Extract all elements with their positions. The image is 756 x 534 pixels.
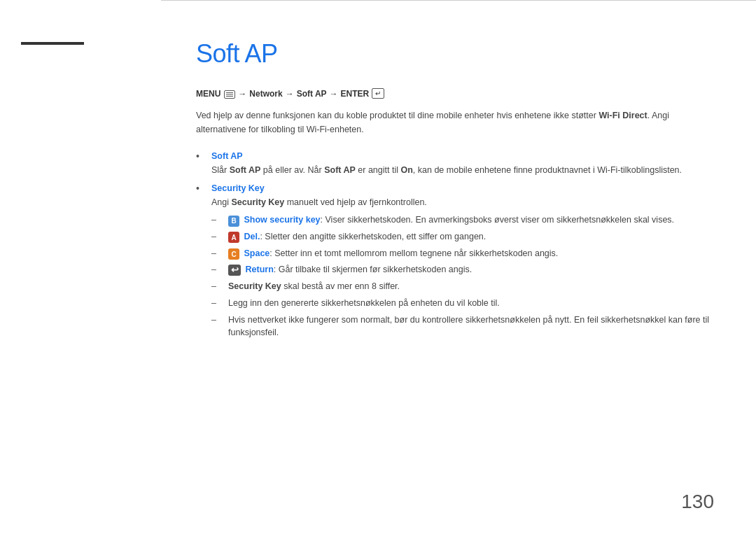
bullet-section: • Soft AP Slår Soft AP på eller av. Når … [196,149,714,343]
sub-item-digits: – Security Key skal bestå av mer enn 8 s… [211,280,714,293]
intro-text: Ved hjelp av denne funksjonen kan du kob… [196,108,714,136]
show-security-key-label: Show security key [244,215,320,225]
menu-path: MENU → Network → Soft AP → ENTER ↵ [196,88,714,99]
arrow2: → [286,89,294,99]
sub-item-show: – B Show security key: Viser sikkerhetsk… [211,213,714,227]
menu-enter-label: ENTER [341,89,370,99]
main-content: Soft AP MENU → Network → Soft AP → ENTER… [161,0,756,534]
soft-ap-label: Soft AP [211,151,243,161]
page-number: 130 [681,491,714,513]
sub-item-space: – C Space: Setter inn et tomt mellomrom … [211,247,714,260]
sidebar-bar [21,42,84,45]
dash-4: – [211,263,224,276]
sub-item-check: – Hvis nettverket ikke fungerer som norm… [211,314,714,340]
bullet-dot-1: • [196,149,207,164]
sidebar [0,0,161,534]
bullet-dot-2: • [196,181,207,196]
sub-item-del: – A Del.: Sletter den angitte sikkerhets… [211,230,714,244]
menu-icon [224,90,235,99]
dash-3: – [211,247,224,260]
bullet-soft-ap: • Soft AP Slår Soft AP på eller av. Når … [196,149,714,177]
dash-6: – [211,297,224,310]
del-label: Del. [244,232,260,241]
dash-1: – [211,213,224,227]
sub-item-return: – ↩ Return: Går tilbake til skjermen før… [211,263,714,276]
sub-item-enter-key: – Legg inn den genererte sikkerhetsnøkke… [211,297,714,310]
space-label: Space [244,248,270,258]
bullet-security-key: • Security Key Angi Security Key manuelt… [196,181,714,343]
page-layout: Soft AP MENU → Network → Soft AP → ENTER… [0,0,756,534]
dash-2: – [211,230,224,244]
arrow1: → [238,89,246,99]
menu-network: Network [249,89,282,99]
page-title: Soft AP [196,39,714,69]
badge-return: ↩ [228,265,241,276]
enter-icon: ↵ [372,88,384,99]
badge-a: A [228,232,239,243]
menu-label: MENU [196,89,220,99]
bullet-content-1: Soft AP Slår Soft AP på eller av. Når So… [211,149,682,177]
security-key-label: Security Key [211,183,265,193]
menu-softap: Soft AP [297,89,327,99]
dash-7: – [211,314,224,327]
badge-b: B [228,216,239,227]
arrow3: → [330,89,338,99]
return-label: Return [245,265,273,274]
bullet-content-2: Security Key Angi Security Key manuelt v… [211,181,714,343]
dash-5: – [211,280,224,293]
badge-c: C [228,248,239,260]
sub-list: – B Show security key: Viser sikkerhetsk… [211,213,714,339]
